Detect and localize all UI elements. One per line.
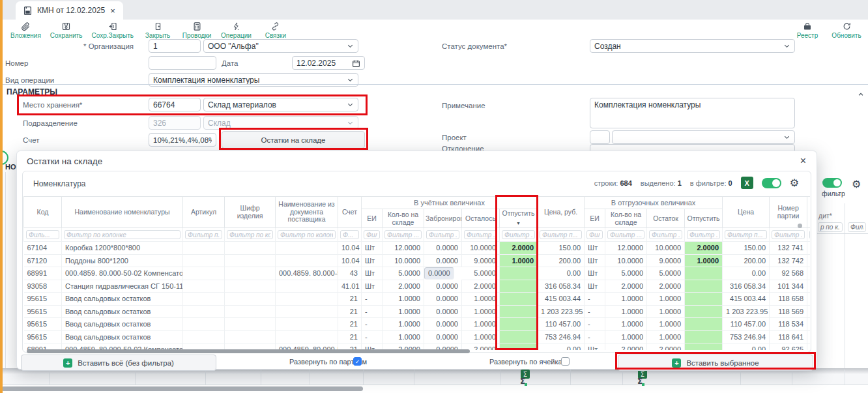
table-cell[interactable]: 0.0000 [424, 305, 462, 318]
table-cell[interactable]: 92 625 [770, 343, 807, 351]
table-cell[interactable]: 2.0000 [685, 242, 723, 255]
table-cell[interactable]: 95615 [24, 293, 62, 306]
column-header[interactable]: Цена [723, 197, 770, 228]
table-cell[interactable]: 1.0000 [383, 305, 424, 318]
table-row[interactable]: 93058Станция гидравлическая СГ 150-11-30… [24, 280, 811, 293]
column-header[interactable]: Остаток [647, 209, 685, 228]
storage-select[interactable]: Склад материалов [203, 98, 358, 111]
table-cell[interactable]: 118 658 [770, 293, 807, 306]
table-cell[interactable]: 92 [807, 267, 810, 280]
table-cell[interactable] [183, 330, 225, 343]
table-cell[interactable] [225, 330, 276, 343]
filter-toggle[interactable] [822, 178, 842, 188]
table-cell[interactable]: 95615 [24, 330, 62, 343]
table-cell[interactable] [276, 293, 338, 306]
table-cell[interactable]: Шт [362, 254, 383, 267]
table-cell[interactable]: 110 457.00 [723, 318, 770, 331]
table-cell[interactable] [225, 305, 276, 318]
table-cell[interactable] [276, 330, 338, 343]
table-cell[interactable]: - [362, 305, 383, 318]
table-cell[interactable]: 21 [338, 305, 362, 318]
registry-button[interactable]: Реестр [792, 22, 822, 39]
table-cell[interactable] [225, 318, 276, 331]
table-cell[interactable]: 10.04 [338, 242, 362, 255]
refresh-button[interactable]: Обновить [832, 22, 861, 39]
table-cell[interactable]: 21 [338, 330, 362, 343]
table-cell[interactable]: Шт [362, 242, 383, 255]
column-header[interactable]: Наименование из документа поставщика [276, 197, 338, 228]
table-filter-toggle[interactable] [762, 178, 781, 188]
table-cell[interactable]: 200.00 [723, 254, 770, 267]
table-cell[interactable] [500, 330, 538, 343]
table-cell[interactable]: - [585, 318, 605, 331]
table-cell[interactable] [183, 254, 225, 267]
table-cell[interactable]: 10.0000 [383, 254, 424, 267]
table-cell[interactable]: 1.0000 [383, 318, 424, 331]
insert-selected-button[interactable]: + Вставить выбранное [618, 355, 813, 371]
column-header[interactable]: Код [24, 197, 62, 228]
expand-by-batches-checkbox[interactable]: ✓ [353, 357, 362, 366]
tab-kmn-document[interactable]: КМН от 12.02.2025 × [16, 1, 123, 20]
column-filter-input[interactable] [426, 230, 459, 239]
table-cell[interactable]: 1.0000 [647, 318, 685, 331]
table-cell[interactable]: 12.0000 [605, 242, 647, 255]
column-filter-input[interactable] [26, 230, 59, 239]
table-cell[interactable] [500, 267, 538, 280]
table-cell[interactable] [225, 293, 276, 306]
note-textarea[interactable]: Комплектация номенклатуры [590, 98, 795, 128]
table-cell[interactable]: Ввод сальдовых остатков [62, 305, 183, 318]
table-cell[interactable]: Шт [585, 254, 605, 267]
table-cell[interactable]: 1.0000 [383, 330, 424, 343]
table-cell[interactable]: 9.0000 [462, 254, 500, 267]
column-filter-input[interactable] [227, 230, 273, 239]
table-cell[interactable] [183, 293, 225, 306]
column-header[interactable]: Счет [338, 197, 362, 228]
table-cell[interactable]: Коробка 1200*800*800 [62, 242, 183, 255]
table-cell[interactable]: 41.01 [338, 280, 362, 293]
table-cell[interactable]: 13 [807, 254, 810, 267]
column-filter-input[interactable] [607, 230, 644, 239]
table-cell[interactable]: 5.0000 [383, 267, 424, 280]
table-cell[interactable]: 93058 [24, 280, 62, 293]
table-row[interactable]: 95615Ввод сальдовых остатков21-1.00000.0… [24, 305, 811, 318]
table-cell[interactable]: 21 [338, 318, 362, 331]
column-header[interactable]: Кол-во на складе [383, 209, 424, 228]
table-cell[interactable] [183, 305, 225, 318]
table-cell[interactable]: 0.0000 [424, 254, 462, 267]
table-cell[interactable]: 1.0000 [462, 330, 500, 343]
table-cell[interactable]: 11 [807, 305, 810, 318]
extra-filter-input[interactable] [848, 222, 866, 232]
table-cell[interactable]: 753 246.94 [723, 330, 770, 343]
table-cell[interactable] [500, 280, 538, 293]
table-cell[interactable]: Шт [362, 280, 383, 293]
table-cell[interactable]: Шт [585, 343, 605, 351]
table-cell[interactable] [276, 242, 338, 255]
table-cell[interactable] [685, 330, 723, 343]
table-cell[interactable]: Шт [362, 267, 383, 280]
column-filter-input[interactable] [278, 230, 336, 239]
table-cell[interactable] [225, 280, 276, 293]
table-cell[interactable] [276, 305, 338, 318]
table-cell[interactable] [500, 318, 538, 331]
column-header[interactable]: Наименование номенклатуры [62, 197, 183, 228]
credit-filter-input[interactable] [818, 222, 843, 232]
project-select[interactable] [612, 130, 795, 144]
table-cell[interactable]: Станция гидравлическая СГ 150-11-30 [62, 280, 183, 293]
table-cell[interactable]: 118 569 [770, 305, 807, 318]
table-cell[interactable]: 110 457.00 [538, 318, 585, 331]
table-cell[interactable]: 316 058.34 [723, 280, 770, 293]
table-cell[interactable]: 415 003.44 [723, 293, 770, 306]
column-filter-input[interactable] [464, 230, 497, 239]
save-close-button[interactable]: Сохр.Закрыть [92, 22, 134, 39]
table-cell[interactable]: - [585, 293, 605, 306]
table-cell[interactable]: 0.00 [723, 343, 770, 351]
table-cell[interactable]: 10.0000 [462, 242, 500, 255]
table-cell[interactable]: Шт [585, 280, 605, 293]
table-cell[interactable]: Ввод сальдовых остатков [62, 293, 183, 306]
column-filter-input[interactable] [340, 230, 359, 239]
table-cell[interactable]: 316 058.34 [538, 280, 585, 293]
calendar-icon[interactable] [352, 59, 360, 70]
table-cell[interactable]: 1.0000 [500, 254, 538, 267]
column-filter-input[interactable] [725, 230, 767, 239]
table-cell[interactable]: 10 [807, 280, 810, 293]
